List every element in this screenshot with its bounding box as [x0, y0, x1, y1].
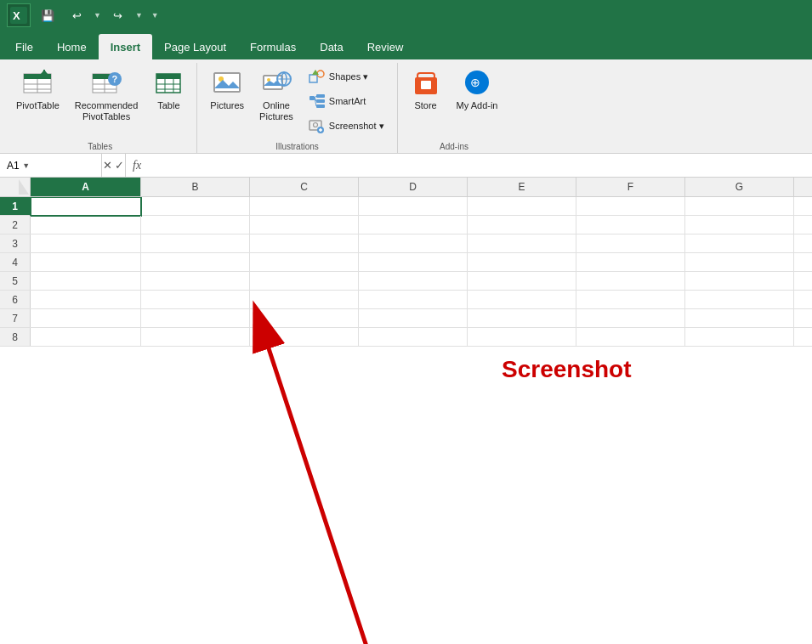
- cell-a3[interactable]: [31, 234, 141, 253]
- cell-a7[interactable]: [31, 309, 141, 328]
- tab-pagelayout[interactable]: Page Layout: [152, 34, 238, 59]
- tab-file[interactable]: File: [3, 34, 45, 59]
- confirm-button[interactable]: ✓: [115, 157, 126, 174]
- cell-g3[interactable]: [685, 234, 794, 253]
- save-button[interactable]: 💾: [36, 5, 60, 25]
- cell-c8[interactable]: [250, 328, 359, 347]
- cancel-button[interactable]: ✕: [102, 157, 113, 174]
- cell-d1[interactable]: [359, 197, 468, 216]
- cell-f2[interactable]: [576, 216, 685, 234]
- cell-d4[interactable]: [359, 253, 468, 272]
- cell-c3[interactable]: [250, 234, 359, 253]
- col-header-e[interactable]: E: [468, 178, 576, 196]
- cell-b1[interactable]: [141, 197, 250, 216]
- col-header-d[interactable]: D: [359, 178, 468, 196]
- cell-c6[interactable]: [250, 291, 359, 309]
- table-button[interactable]: Table: [147, 65, 190, 114]
- store-button[interactable]: Store: [405, 65, 447, 114]
- cell-b8[interactable]: [141, 328, 250, 347]
- cell-a2[interactable]: [31, 216, 141, 234]
- online-pictures-button[interactable]: Online Pictures: [253, 65, 299, 125]
- formula-input[interactable]: [148, 160, 812, 172]
- cell-g5[interactable]: [685, 272, 794, 291]
- tab-review[interactable]: Review: [355, 34, 416, 59]
- cell-d2[interactable]: [359, 216, 468, 234]
- row-header-5[interactable]: 5: [0, 272, 31, 290]
- cell-d5[interactable]: [359, 272, 468, 291]
- row-header-6[interactable]: 6: [0, 291, 31, 308]
- cell-a4[interactable]: [31, 253, 141, 272]
- undo-button[interactable]: ↩: [65, 5, 88, 25]
- screenshot-button[interactable]: Screenshot ▾: [303, 114, 390, 138]
- cell-f1[interactable]: [576, 197, 685, 216]
- pictures-button[interactable]: Pictures: [204, 65, 250, 114]
- cell-e8[interactable]: [468, 328, 576, 347]
- cell-a5[interactable]: [31, 272, 141, 291]
- cell-e5[interactable]: [468, 272, 576, 291]
- cell-b2[interactable]: [141, 216, 250, 234]
- cell-e4[interactable]: [468, 253, 576, 272]
- myaddin-button[interactable]: ⊕ My Add-in: [451, 65, 504, 114]
- cell-g8[interactable]: [685, 328, 794, 347]
- tab-data[interactable]: Data: [308, 34, 355, 59]
- pivottable-button[interactable]: PivotTable: [10, 65, 65, 114]
- cell-e6[interactable]: [468, 291, 576, 309]
- cell-c2[interactable]: [250, 216, 359, 234]
- cell-f7[interactable]: [576, 309, 685, 328]
- cell-f5[interactable]: [576, 272, 685, 291]
- cell-d7[interactable]: [359, 309, 468, 328]
- col-header-f[interactable]: F: [576, 178, 685, 196]
- tab-home[interactable]: Home: [45, 34, 99, 59]
- col-header-g[interactable]: G: [685, 178, 794, 196]
- cell-b7[interactable]: [141, 309, 250, 328]
- row-header-8[interactable]: 8: [0, 328, 31, 346]
- cell-a1[interactable]: [31, 197, 141, 216]
- row-header-2[interactable]: 2: [0, 216, 31, 234]
- cell-f8[interactable]: [576, 328, 685, 347]
- quick-access-more[interactable]: ▼: [151, 11, 159, 20]
- shapes-button[interactable]: Shapes ▾: [303, 65, 390, 88]
- cell-a6[interactable]: [31, 291, 141, 309]
- cell-g6[interactable]: [685, 291, 794, 309]
- redo-button[interactable]: ↪: [106, 5, 130, 25]
- undo-dropdown[interactable]: ▼: [94, 11, 101, 20]
- cell-d6[interactable]: [359, 291, 468, 309]
- cell-a8[interactable]: [31, 328, 141, 347]
- cell-b4[interactable]: [141, 253, 250, 272]
- name-box-dropdown[interactable]: ▼: [20, 161, 33, 170]
- cell-g2[interactable]: [685, 216, 794, 234]
- col-header-c[interactable]: C: [250, 178, 359, 196]
- row-header-7[interactable]: 7: [0, 309, 31, 327]
- cell-b3[interactable]: [141, 234, 250, 253]
- cell-d8[interactable]: [359, 328, 468, 347]
- cell-g7[interactable]: [685, 309, 794, 328]
- name-box[interactable]: A1 ▼: [0, 154, 102, 177]
- cell-f6[interactable]: [576, 291, 685, 309]
- row-header-3[interactable]: 3: [0, 234, 31, 252]
- recommended-pivottables-button[interactable]: ? Recommended PivotTables: [69, 65, 145, 125]
- cell-e1[interactable]: [468, 197, 576, 216]
- ribbon-group-addins: Store ⊕ My Add-in Add-ins: [398, 63, 511, 153]
- cell-c7[interactable]: [250, 309, 359, 328]
- cell-f4[interactable]: [576, 253, 685, 272]
- cell-e2[interactable]: [468, 216, 576, 234]
- cell-g4[interactable]: [685, 253, 794, 272]
- cell-g1[interactable]: [685, 197, 794, 216]
- tab-formulas[interactable]: Formulas: [238, 34, 308, 59]
- col-header-b[interactable]: B: [141, 178, 250, 196]
- cell-b5[interactable]: [141, 272, 250, 291]
- redo-dropdown[interactable]: ▼: [135, 11, 143, 20]
- cell-b6[interactable]: [141, 291, 250, 309]
- row-header-4[interactable]: 4: [0, 253, 31, 271]
- cell-c1[interactable]: [250, 197, 359, 216]
- col-header-a[interactable]: A: [31, 178, 141, 196]
- tab-insert[interactable]: Insert: [99, 34, 152, 59]
- cell-c5[interactable]: [250, 272, 359, 291]
- cell-c4[interactable]: [250, 253, 359, 272]
- smartart-button[interactable]: SmartArt: [303, 89, 390, 113]
- cell-d3[interactable]: [359, 234, 468, 253]
- cell-e7[interactable]: [468, 309, 576, 328]
- row-header-1[interactable]: 1: [0, 197, 31, 215]
- cell-f3[interactable]: [576, 234, 685, 253]
- cell-e3[interactable]: [468, 234, 576, 253]
